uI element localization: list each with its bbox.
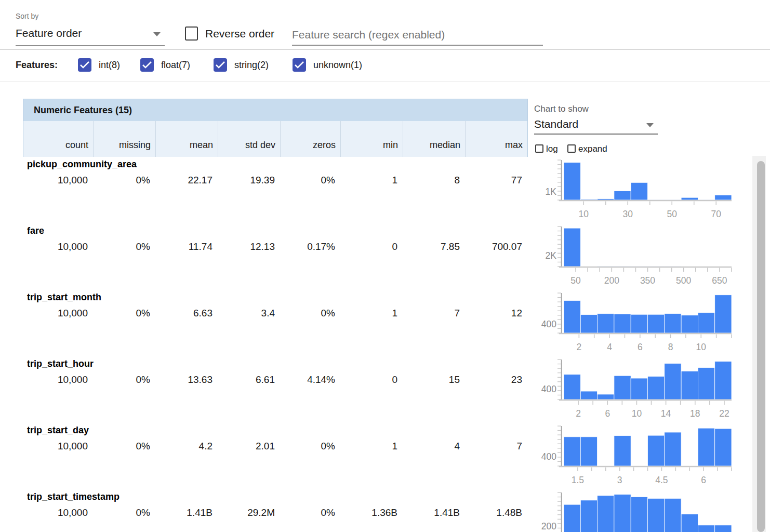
chart-dropdown-underline xyxy=(534,134,658,135)
feature-type-filter[interactable]: float(7) xyxy=(140,58,190,72)
feature-stats-row: 10,0000%4.22.010%147 xyxy=(23,441,527,452)
column-header-count: count xyxy=(23,121,93,157)
chevron-down-icon[interactable] xyxy=(646,123,654,127)
reverse-order-checkbox[interactable] xyxy=(185,26,198,41)
stat-mean: 11.74 xyxy=(155,241,217,252)
stat-min: 1 xyxy=(340,175,402,186)
checkbox-checked-icon[interactable] xyxy=(78,58,91,72)
svg-text:18: 18 xyxy=(690,408,700,419)
svg-text:400: 400 xyxy=(541,384,556,394)
sort-by-underline xyxy=(16,45,165,46)
stat-count: 10,000 xyxy=(23,374,92,385)
stat-median: 15 xyxy=(402,374,464,385)
chevron-down-icon[interactable] xyxy=(153,32,161,36)
svg-text:400: 400 xyxy=(541,451,556,462)
stat-max: 12 xyxy=(464,308,527,319)
feature-row-trip_start_timestamp: trip_start_timestamp10,0000%1.41B29.2M0%… xyxy=(0,489,752,532)
column-header-missing: missing xyxy=(93,121,155,157)
chart-type-dropdown[interactable]: Standard xyxy=(534,118,578,130)
feature-stats-row: 10,0000%13.636.614.14%01523 xyxy=(23,374,527,385)
feature-type-filter[interactable]: int(8) xyxy=(78,58,120,72)
sort-by-label: Sort by xyxy=(16,12,38,20)
sort-by-dropdown[interactable]: Feature order xyxy=(16,27,82,39)
stat-median: 7 xyxy=(402,308,464,319)
feature-stats-row: 10,0000%6.633.40%1712 xyxy=(23,308,527,319)
svg-text:70: 70 xyxy=(711,209,722,219)
vertical-scrollbar-thumb[interactable] xyxy=(757,161,765,532)
table-title: Numeric Features (15) xyxy=(23,105,132,116)
stat-std-dev: 29.2M xyxy=(217,507,280,518)
chart-to-show-label: Chart to show xyxy=(534,104,589,114)
feature-row-fare: fare10,0000%11.7412.130.17%07.85700.072K… xyxy=(0,223,752,290)
checkbox-checked-icon[interactable] xyxy=(140,58,154,72)
stat-max: 700.07 xyxy=(464,241,527,252)
svg-text:200: 200 xyxy=(604,275,619,286)
stat-zeros: 0% xyxy=(280,507,340,518)
svg-text:10: 10 xyxy=(696,342,707,352)
expand-checkbox[interactable] xyxy=(567,144,576,153)
reverse-order-label: Reverse order xyxy=(205,28,274,40)
stat-missing: 0% xyxy=(92,507,155,518)
stat-mean: 22.17 xyxy=(155,175,217,186)
checkbox-checked-icon[interactable] xyxy=(293,58,306,72)
histogram-trip_start_hour[interactable]: 4002610141822 xyxy=(534,357,734,423)
filter-label: string(2) xyxy=(234,60,269,71)
svg-text:2: 2 xyxy=(576,408,581,419)
stat-zeros: 0.17% xyxy=(280,241,340,252)
numeric-features-table-header: Numeric Features (15) countmissingmeanst… xyxy=(23,99,528,157)
stat-mean: 6.63 xyxy=(155,308,217,319)
filter-label: unknown(1) xyxy=(313,60,362,71)
histogram-trip_start_timestamp[interactable]: 200 xyxy=(534,490,734,532)
feature-row-trip_start_day: trip_start_day10,0000%4.22.010%1474001.5… xyxy=(0,423,752,489)
stat-median: 1.41B xyxy=(402,507,464,518)
column-header-median: median xyxy=(403,121,465,157)
column-header-row: countmissingmeanstd devzerosminmedianmax xyxy=(23,121,527,157)
vertical-scrollbar-track[interactable] xyxy=(752,156,766,532)
stat-max: 7 xyxy=(464,441,527,452)
log-label: log xyxy=(546,144,558,154)
log-checkbox[interactable] xyxy=(535,144,543,153)
column-header-zeros: zeros xyxy=(280,121,340,157)
stat-median: 8 xyxy=(402,175,464,186)
checkbox-checked-icon[interactable] xyxy=(214,58,227,72)
stat-max: 77 xyxy=(464,175,527,186)
stat-median: 7.85 xyxy=(402,241,464,252)
feature-stats-row: 10,0000%22.1719.390%1877 xyxy=(23,175,527,186)
svg-text:2: 2 xyxy=(577,342,582,352)
stat-std-dev: 6.61 xyxy=(217,374,280,385)
stat-count: 10,000 xyxy=(23,175,92,186)
feature-name: trip_start_hour xyxy=(27,358,94,369)
histogram-trip_start_day[interactable]: 4001.534.56 xyxy=(534,424,734,489)
svg-text:500: 500 xyxy=(676,275,691,286)
svg-text:1.5: 1.5 xyxy=(572,475,584,485)
filter-label: int(8) xyxy=(99,60,120,71)
histogram-trip_start_month[interactable]: 400246810 xyxy=(534,291,734,356)
feature-type-filter[interactable]: string(2) xyxy=(214,58,269,72)
stat-missing: 0% xyxy=(92,374,155,385)
svg-text:650: 650 xyxy=(712,275,727,286)
feature-row-trip_start_hour: trip_start_hour10,0000%13.636.614.14%015… xyxy=(0,356,752,423)
toolbar: Sort by Feature order Reverse order xyxy=(0,0,770,49)
feature-type-filter[interactable]: unknown(1) xyxy=(293,58,362,72)
features-filter-bar: Features: int(8)float(7)string(2)unknown… xyxy=(0,50,770,82)
features-bar-divider xyxy=(0,82,770,82)
svg-text:30: 30 xyxy=(623,209,633,219)
column-header-mean: mean xyxy=(155,121,218,157)
histogram-fare[interactable]: 2K50200350500650 xyxy=(534,224,734,290)
stat-zeros: 0% xyxy=(280,308,340,319)
stat-std-dev: 3.4 xyxy=(217,308,280,319)
stat-mean: 1.41B xyxy=(155,507,217,518)
svg-text:50: 50 xyxy=(667,209,678,219)
svg-text:6: 6 xyxy=(701,475,706,485)
svg-text:22: 22 xyxy=(719,408,729,419)
stat-max: 1.48B xyxy=(464,507,527,518)
column-header-min: min xyxy=(340,121,403,157)
svg-text:6: 6 xyxy=(605,408,610,419)
feature-name: trip_start_timestamp xyxy=(27,491,120,502)
stat-min: 1.36B xyxy=(340,507,402,518)
feature-name: trip_start_day xyxy=(27,425,89,436)
svg-text:50: 50 xyxy=(570,275,581,286)
histogram-pickup_community_area[interactable]: 1K10305070 xyxy=(534,158,734,223)
feature-search-input[interactable] xyxy=(292,25,543,46)
stat-missing: 0% xyxy=(92,441,155,452)
